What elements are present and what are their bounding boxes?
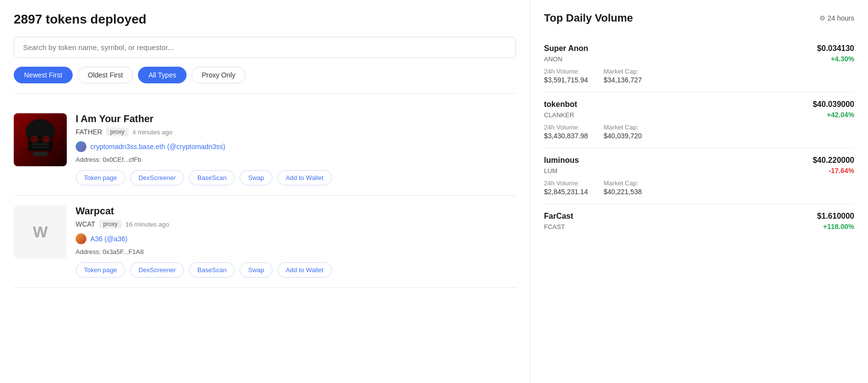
vol-value-tokenbot: $3,430,837.98 — [544, 132, 588, 140]
filter-all-types[interactable]: All Types — [138, 67, 187, 83]
action-basescan-father[interactable]: BaseScan — [189, 170, 235, 185]
filter-newest-first[interactable]: Newest First — [14, 67, 73, 83]
left-panel: 2897 tokens deployed Newest First Oldest… — [0, 0, 530, 383]
right-panel: Top Daily Volume 24 hours Super Anon $0.… — [530, 0, 868, 383]
svg-point-6 — [32, 137, 37, 141]
token-actions-father: Token page DexScreener BaseScan Swap Add… — [76, 170, 516, 185]
vol-change-super-anon: +4.30% — [831, 55, 854, 63]
action-token-page-father[interactable]: Token page — [76, 170, 125, 185]
mcap-value-super-anon: $34,136,727 — [604, 76, 642, 84]
token-symbol-father: FATHER — [76, 128, 102, 136]
action-add-wallet-warpcat[interactable]: Add to Wallet — [277, 262, 332, 278]
creator-avatar-warpcat — [76, 233, 86, 244]
volume-item-luminous: luminous $40.220000 LUM -17.64% 24h Volu… — [544, 148, 854, 204]
vol-value-luminous: $2,845,231.14 — [544, 188, 588, 196]
volume-header: Top Daily Volume 24 hours — [544, 12, 854, 25]
vol-label-super-anon: 24h Volume: — [544, 68, 588, 75]
token-symbol-warpcat: WCAT — [76, 220, 95, 228]
action-add-wallet-father[interactable]: Add to Wallet — [277, 170, 332, 185]
token-time-warpcat: 16 minutes ago — [126, 221, 169, 228]
volume-title: Top Daily Volume — [544, 12, 633, 25]
vader-helmet-icon — [21, 118, 60, 162]
vol-label-tokenbot: 24h Volume: — [544, 124, 588, 131]
vol-price-tokenbot: $40.039000 — [813, 100, 854, 109]
proxy-badge-warpcat: proxy — [99, 220, 121, 229]
token-creator-father: cryptomadn3ss.base.eth (@cryptomadn3ss) — [76, 141, 516, 152]
action-swap-warpcat[interactable]: Swap — [240, 262, 272, 278]
mcap-label-luminous: Market Cap: — [604, 179, 642, 187]
filter-proxy-only[interactable]: Proxy Only — [191, 67, 245, 83]
action-dexscreener-father[interactable]: DexScreener — [130, 170, 184, 185]
vol-price-super-anon: $0.034130 — [817, 44, 854, 53]
vol-name-luminous: luminous — [544, 156, 579, 165]
svg-rect-8 — [33, 152, 48, 156]
vol-symbol-farcast: FCAST — [544, 223, 565, 230]
mcap-label-super-anon: Market Cap: — [604, 68, 642, 75]
vol-symbol-super-anon: ANON — [544, 55, 563, 63]
creator-link-warpcat[interactable]: A36 (@a36) — [90, 235, 128, 243]
token-name-father: I Am Your Father — [76, 113, 516, 125]
token-address-warpcat: Address: 0x3a5F...F1A8 — [76, 248, 516, 255]
action-dexscreener-warpcat[interactable]: DexScreener — [130, 262, 184, 278]
vol-price-farcast: $1.610000 — [817, 212, 854, 221]
action-swap-father[interactable]: Swap — [240, 170, 272, 185]
action-basescan-warpcat[interactable]: BaseScan — [189, 262, 235, 278]
token-card-warpcat: W Warpcat WCAT proxy 16 minutes ago A36 … — [14, 196, 516, 288]
volume-item-tokenbot: tokenbot $40.039000 CLANKER +42.04% 24h … — [544, 92, 854, 148]
token-meta-warpcat: WCAT proxy 16 minutes ago — [76, 220, 516, 229]
action-token-page-warpcat[interactable]: Token page — [76, 262, 125, 278]
token-actions-warpcat: Token page DexScreener BaseScan Swap Add… — [76, 262, 516, 278]
vol-label-luminous: 24h Volume: — [544, 179, 588, 187]
vol-symbol-luminous: LUM — [544, 167, 557, 175]
volume-item-super-anon: Super Anon $0.034130 ANON +4.30% 24h Vol… — [544, 36, 854, 92]
svg-rect-2 — [31, 143, 49, 145]
mcap-value-luminous: $40,221,538 — [604, 188, 642, 196]
vol-change-tokenbot: +42.04% — [827, 111, 854, 119]
proxy-badge-father: proxy — [106, 128, 128, 136]
time-dot-icon — [820, 16, 825, 21]
token-image-warpcat: W — [14, 205, 67, 258]
mcap-value-tokenbot: $40,039,720 — [604, 132, 642, 140]
token-name-warpcat: Warpcat — [76, 205, 516, 217]
token-info-warpcat: Warpcat WCAT proxy 16 minutes ago A36 (@… — [76, 205, 516, 278]
time-badge: 24 hours — [820, 14, 854, 22]
vol-name-farcast: FarCast — [544, 212, 573, 221]
vol-name-super-anon: Super Anon — [544, 44, 588, 53]
tokens-deployed-title: 2897 tokens deployed — [14, 12, 516, 27]
creator-avatar-father — [76, 141, 86, 152]
token-address-father: Address: 0x0CEf...cfFb — [76, 156, 516, 163]
vol-change-luminous: -17.64% — [829, 167, 854, 175]
token-meta-father: FATHER proxy 4 minutes ago — [76, 128, 516, 136]
filter-buttons: Newest First Oldest First All Types Prox… — [14, 67, 516, 83]
filter-oldest-first[interactable]: Oldest First — [78, 67, 134, 83]
token-time-father: 4 minutes ago — [133, 128, 173, 136]
vol-value-super-anon: $3,591,715.94 — [544, 76, 588, 84]
token-info-father: I Am Your Father FATHER proxy 4 minutes … — [76, 113, 516, 185]
token-image-father — [14, 113, 67, 166]
divider — [14, 93, 516, 94]
svg-rect-3 — [31, 147, 49, 148]
time-label: 24 hours — [828, 14, 854, 22]
vol-change-farcast: +118.00% — [823, 223, 854, 230]
vol-name-tokenbot: tokenbot — [544, 100, 577, 109]
creator-link-father[interactable]: cryptomadn3ss.base.eth (@cryptomadn3ss) — [90, 143, 225, 151]
mcap-label-tokenbot: Market Cap: — [604, 124, 642, 131]
token-card-father: I Am Your Father FATHER proxy 4 minutes … — [14, 103, 516, 196]
search-input[interactable] — [14, 37, 516, 58]
volume-item-farcast: FarCast $1.610000 FCAST +118.00% — [544, 204, 854, 243]
svg-point-7 — [44, 137, 49, 141]
vol-price-luminous: $40.220000 — [813, 156, 854, 165]
token-creator-warpcat: A36 (@a36) — [76, 233, 516, 244]
vol-symbol-tokenbot: CLANKER — [544, 111, 574, 119]
